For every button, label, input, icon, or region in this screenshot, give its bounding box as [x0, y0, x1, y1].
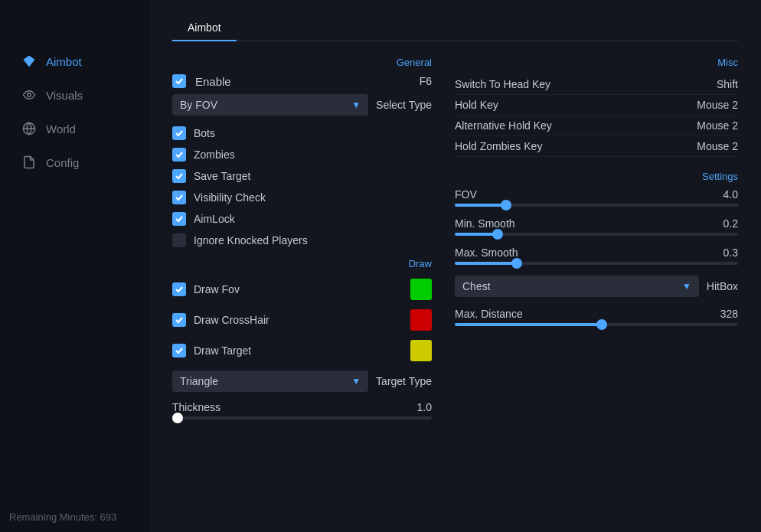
hitbox-arrow-icon: ▼: [682, 281, 691, 292]
min-smooth-fill: [455, 233, 498, 236]
sidebar-item-visuals[interactable]: Visuals: [6, 80, 143, 110]
thickness-thumb[interactable]: [172, 413, 183, 423]
max-distance-value: 328: [720, 308, 738, 320]
sidebar-item-world[interactable]: World: [6, 113, 143, 144]
zombies-label: Zombies: [194, 149, 235, 161]
option-visibility-check: Visibility Check: [172, 189, 432, 206]
draw-fov-label: Draw Fov: [194, 283, 403, 295]
ignore-knocked-label: Ignore Knocked Players: [194, 234, 308, 246]
max-distance-thumb[interactable]: [596, 319, 607, 330]
enable-row: Enable F6: [172, 74, 432, 88]
min-smooth-slider-row: Min. Smooth 0.2: [455, 217, 738, 230]
switch-to-head-label: Switch To Head Key: [455, 78, 550, 90]
dropdown-arrow-icon: ▼: [351, 100, 361, 110]
fov-fill: [455, 204, 506, 207]
draw-target-color[interactable]: [410, 340, 432, 361]
draw-section-label: Draw: [172, 258, 432, 269]
option-ignore-knocked: Ignore Knocked Players: [172, 232, 432, 249]
fov-value: 4.0: [723, 188, 738, 201]
sidebar-item-config[interactable]: Config: [6, 147, 143, 178]
bots-checkbox[interactable]: [172, 126, 186, 140]
option-zombies: Zombies: [172, 146, 432, 163]
option-aimlock: AimLock: [172, 211, 432, 227]
thickness-label: Thickness: [172, 401, 220, 413]
draw-target-row: Draw Target: [172, 337, 432, 364]
tab-header: Aimbot: [172, 15, 738, 41]
save-target-checkbox[interactable]: [172, 169, 186, 183]
content-columns: General Enable F6 By FOV ▼ Select Type: [172, 57, 738, 419]
max-distance-slider-row: Max. Distance 328: [455, 308, 738, 320]
save-target-label: Save Target: [194, 170, 250, 182]
sidebar: Aimbot Visuals World Config: [0, 0, 149, 532]
hitbox-label: HitBox: [707, 280, 738, 292]
select-type-label: Select Type: [376, 99, 432, 111]
right-column: Misc Switch To Head Key Shift Hold Key M…: [455, 57, 738, 419]
fov-slider-row: FOV 4.0: [455, 188, 738, 201]
thickness-section: Thickness 1.0: [172, 401, 432, 419]
switch-to-head-value: Shift: [717, 78, 738, 90]
max-smooth-label: Max. Smooth: [455, 246, 518, 259]
fov-dropdown[interactable]: By FOV ▼: [172, 94, 368, 116]
zombies-checkbox[interactable]: [172, 148, 186, 162]
hold-key-value: Mouse 2: [697, 99, 738, 111]
globe-icon: [21, 121, 37, 136]
max-smooth-slider-container: Max. Smooth 0.3: [455, 246, 738, 265]
tab-aimbot[interactable]: Aimbot: [172, 15, 237, 41]
max-distance-track[interactable]: [455, 323, 738, 326]
general-section-label: General: [172, 57, 432, 68]
enable-checkbox[interactable]: [172, 74, 186, 88]
target-type-dropdown[interactable]: Triangle ▼: [172, 370, 368, 392]
fov-track[interactable]: [455, 204, 738, 207]
option-save-target: Save Target: [172, 168, 432, 184]
hold-zombies-row: Hold Zombies Key Mouse 2: [455, 136, 738, 157]
fov-label: FOV: [455, 188, 477, 201]
draw-crosshair-color[interactable]: [410, 309, 432, 331]
option-bots: Bots: [172, 125, 432, 142]
options-list: Bots Zombies Save Target: [172, 125, 432, 249]
draw-target-label: Draw Target: [194, 344, 403, 357]
settings-section: Settings FOV 4.0 Min. Smooth: [455, 171, 738, 326]
draw-fov-color[interactable]: [410, 279, 432, 300]
sidebar-item-aimbot[interactable]: Aimbot: [6, 46, 143, 77]
diamond-icon: [21, 54, 37, 69]
max-smooth-track[interactable]: [455, 262, 738, 265]
eye-icon: [21, 87, 37, 103]
select-type-row: By FOV ▼ Select Type: [172, 94, 432, 116]
draw-fov-checkbox[interactable]: [172, 282, 186, 296]
ignore-knocked-checkbox[interactable]: [172, 233, 186, 247]
hold-key-row: Hold Key Mouse 2: [455, 95, 738, 116]
hitbox-dropdown[interactable]: Chest ▼: [455, 276, 699, 297]
max-distance-slider-container: Max. Distance 328: [455, 308, 738, 326]
thickness-slider-row: Thickness 1.0: [172, 401, 432, 413]
alt-hold-value: Mouse 2: [697, 119, 738, 132]
thickness-track[interactable]: [172, 416, 432, 419]
max-smooth-slider-row: Max. Smooth 0.3: [455, 246, 738, 259]
hold-key-label: Hold Key: [455, 99, 498, 111]
target-type-label: Target Type: [376, 375, 432, 387]
hold-zombies-value: Mouse 2: [697, 140, 738, 152]
min-smooth-thumb[interactable]: [492, 229, 503, 240]
target-type-value: Triangle: [180, 375, 345, 387]
main-content: Aimbot General Enable F6 By FOV ▼ Sel: [149, 0, 761, 532]
min-smooth-label: Min. Smooth: [455, 217, 515, 230]
max-smooth-thumb[interactable]: [511, 258, 522, 269]
fov-slider-container: FOV 4.0: [455, 188, 738, 207]
fov-thumb[interactable]: [501, 200, 511, 211]
draw-crosshair-checkbox[interactable]: [172, 313, 186, 327]
enable-label: Enable: [195, 75, 410, 88]
alt-hold-label: Alternative Hold Key: [455, 119, 552, 132]
enable-key: F6: [420, 75, 432, 87]
sidebar-label-config: Config: [46, 156, 79, 169]
alt-hold-row: Alternative Hold Key Mouse 2: [455, 116, 738, 136]
file-icon: [21, 155, 37, 170]
min-smooth-track[interactable]: [455, 233, 738, 236]
sidebar-label-world: World: [46, 122, 76, 135]
draw-crosshair-row: Draw CrossHair: [172, 306, 432, 334]
visibility-check-checkbox[interactable]: [172, 191, 186, 204]
aimlock-checkbox[interactable]: [172, 212, 186, 226]
visibility-check-label: Visibility Check: [194, 191, 266, 204]
draw-section: Draw Draw Fov Draw CrossHair: [172, 258, 432, 419]
target-type-row: Triangle ▼ Target Type: [172, 370, 432, 392]
draw-target-checkbox[interactable]: [172, 344, 186, 357]
fov-dropdown-value: By FOV: [180, 99, 345, 111]
